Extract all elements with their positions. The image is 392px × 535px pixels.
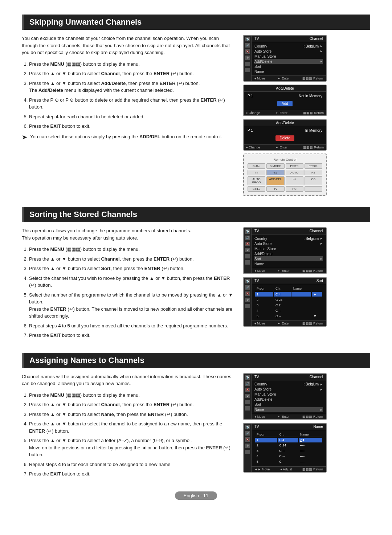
section-title-skipping: Skipping Unwanted Channels	[22, 15, 370, 30]
tv-screen-channel-menu-sort: 📡 🔊 🔇 ⚙ TV Channel	[243, 227, 327, 274]
remote-ps-te-btn: PS/TE	[286, 163, 303, 169]
step-5: Repeat step 4 for each channel to be del…	[29, 113, 236, 121]
steps-naming: Press the MENU (▦▦▦) button to display t…	[22, 392, 236, 478]
remote-gb-btn: GB	[305, 176, 322, 185]
tv-left-bar-sort: 📡 🔊 🔇 ⚙	[244, 228, 252, 273]
blank-icon-sort	[245, 254, 250, 258]
remote-4-3-btn: 4:3	[266, 170, 284, 175]
mute-icon-sort2: 🔇	[245, 291, 250, 296]
name-step-3: Press the ▲ or ▼ button to select Name, …	[29, 411, 236, 418]
sort-step-5: Select the number of the programme to wh…	[29, 291, 236, 320]
tv-main-skip: TV Channel Country : Belgium ► Auto Stor…	[252, 36, 326, 81]
tv-row-autostore: Auto Store ►	[254, 49, 323, 54]
tv-main-name-table: TV Name Prog. Ch. Name	[252, 424, 326, 472]
section-title-sorting: Sorting the Stored Channels	[22, 207, 370, 222]
name-col-name: Name	[299, 432, 322, 437]
table-row: 5 C -- ▼	[255, 314, 322, 318]
name-step-1: Press the MENU (▦▦▦) button to display t…	[29, 392, 236, 399]
section-sorting: Sorting the Stored Channels This operati…	[22, 207, 370, 342]
sort-table: Prog. Ch. Name 1 C 4	[254, 286, 323, 319]
add-delete-footer-2: ♦ Change ↵ Enter ▦▦▦ Return	[244, 144, 326, 150]
tv-footer-skip: ♦ Move ↵ Enter ▦▦▦ Return	[252, 75, 326, 81]
settings-icon-name: ⚙	[245, 394, 250, 398]
intro-skipping: You can exclude the channels of your cho…	[22, 35, 232, 56]
blank-icon	[245, 62, 250, 66]
speaker-icon-sort: 🔊	[245, 236, 250, 240]
tv-body-sort-table: Prog. Ch. Name 1 C 4	[252, 284, 326, 320]
speaker-icon: 🔊	[245, 43, 250, 48]
sort-step-3: Press the ▲ or ▼ button to select Sort, …	[29, 265, 236, 272]
table-row: 4 C -- -----	[255, 454, 322, 459]
mute-icon-name: 🔇	[245, 388, 250, 392]
footer-badge: English - 11	[175, 491, 217, 500]
section-title-naming: Assigning Names to Channels	[22, 353, 370, 368]
sort-step-4: Select the channel that you wish to move…	[29, 275, 236, 289]
tv-main-name: TV Channel Country : Belgium ► Auto Stor…	[252, 374, 326, 419]
name-step-7: Press the EXIT button to exit.	[29, 470, 236, 478]
sort-row-manualstore: Manual Store	[254, 246, 323, 251]
tv-row-manualstore: Manual Store	[254, 54, 323, 59]
col-ch: Ch.	[274, 286, 291, 291]
step-2: Press the ▲ or ▼ button to select Channe…	[29, 70, 236, 77]
remote-auto-btn: AUTO	[286, 170, 303, 175]
table-row: 2 C 24 -----	[255, 443, 322, 448]
add-btn-container: Add	[248, 99, 322, 108]
steps-skipping: Press the MENU (▦▦▦) button to display t…	[22, 61, 236, 130]
add-delete-body-2: P 1 In Memory Delete	[244, 126, 326, 144]
step-3: Press the ▲ or ▼ button to select Add/De…	[29, 80, 236, 94]
mute-icon-sort: 🔇	[245, 242, 250, 246]
antenna-icon-name: 📡	[245, 375, 250, 380]
table-row: 3 C 2	[255, 303, 322, 307]
name-step-6: Repeat steps 4 to 5 for each channel to …	[29, 461, 236, 468]
remote-dual-btn: DUAL	[248, 163, 265, 169]
tv-row-country: Country : Belgium ►	[254, 44, 323, 49]
blank-icon-sort2	[245, 304, 250, 308]
intro-naming: Channel names will be assigned automatic…	[22, 373, 232, 387]
tv-header-sort: TV Channel	[252, 228, 326, 234]
delete-btn-container: Delete	[248, 134, 322, 142]
tv-body-name-table: Prog. Ch. Name 1 C 4 A▮	[252, 430, 326, 466]
remote-prog-btn: PROG.	[305, 163, 322, 169]
add-btn: Add	[277, 101, 293, 106]
tv-body-name: Country : Belgium ► Auto Store ► Manual …	[252, 380, 326, 414]
name-col-prog: Prog.	[255, 432, 277, 437]
blank-icon2-name	[245, 406, 250, 411]
sort-step-2: Press the ▲ or ▼ button to select Channe…	[29, 256, 236, 263]
tv-footer-sort: ♦ Move ↵ Enter ▦▦▦ Return	[252, 268, 326, 273]
intro-sorting: This operation allows you to change the …	[22, 227, 232, 241]
sort-row-country: Country : Belgium ►	[254, 236, 323, 241]
screenshots-naming: 📡 🔊 🔇 ⚙ TV Channel	[243, 373, 327, 481]
name-row-country: Country : Belgium ►	[254, 382, 323, 387]
remote-blank-btn	[305, 186, 322, 192]
name-step-5: Press the ▲ or ▼ button to select a lett…	[29, 437, 236, 458]
name-step-2: Press the ▲ or ▼ button to select Channe…	[29, 401, 236, 408]
name-row-sort: Sort	[254, 402, 323, 407]
tv-row-sort: Sort	[254, 64, 323, 69]
instructions-naming: Channel names will be assigned automatic…	[22, 373, 236, 481]
remote-rew-btn: ⏮	[286, 176, 303, 185]
tv-footer-sort-table: ♦ Move ↵ Enter ▦▦▦ Return	[252, 320, 326, 326]
section-naming: Assigning Names to Channels Channel name…	[22, 353, 370, 481]
col-name: Name	[291, 286, 311, 291]
sort-step-7: Press the EXIT button to exit.	[29, 332, 236, 339]
name-table: Prog. Ch. Name 1 C 4 A▮	[254, 432, 323, 465]
speaker-icon-name2: 🔊	[245, 431, 250, 436]
sort-row-sort: Sort ►	[254, 256, 323, 261]
tv-header-name-table: TV Name	[252, 424, 326, 430]
blank-icon-name	[245, 400, 250, 404]
name-row-manualstore: Manual Store	[254, 392, 323, 397]
screenshots-sorting: 📡 🔊 🔇 ⚙ TV Channel	[243, 227, 327, 342]
tv-main-sort: TV Channel Country : Belgium ► Auto Stor…	[252, 228, 326, 273]
tv-left-bar-name: 📡 🔊 🔇 ⚙	[244, 374, 252, 419]
tv-screen-add-in-memory: Add/Delete P 1 In Memory Delete ♦ Change…	[243, 119, 327, 151]
antenna-icon-sort2: 📡	[245, 279, 250, 283]
table-row: 2 C 24	[255, 297, 322, 302]
tv-left-bar: 📡 🔊 🔇 ⚙	[244, 36, 252, 81]
blank-icon-name2	[245, 450, 250, 454]
remote-tv-btn: TV	[266, 186, 284, 192]
tv-header-name: TV Channel	[252, 374, 326, 380]
settings-icon: ⚙	[245, 56, 250, 60]
tv-screen-channel-menu-skip: 📡 🔊 🔇 ⚙ TV Channel	[243, 35, 327, 82]
tv-header-sort-table: TV Sort	[252, 278, 326, 284]
note-skipping: ➤ You can select these options simply by…	[22, 134, 236, 142]
